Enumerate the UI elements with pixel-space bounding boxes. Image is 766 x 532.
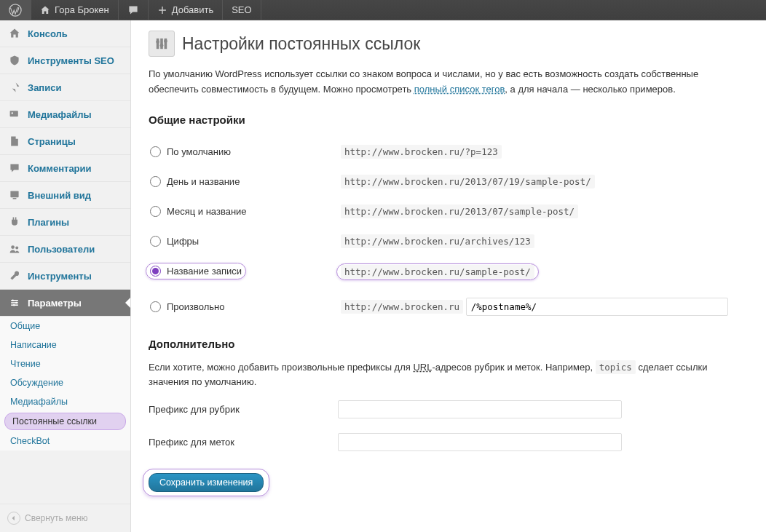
intro-text: По умолчанию WordPress использует ссылки…	[149, 67, 749, 98]
option-example: http://www.brocken.ru/?p=123	[341, 145, 502, 159]
collapse-icon	[7, 512, 20, 525]
option-label: Месяц и название	[167, 206, 247, 217]
sidebar-item-media[interactable]: Медиафайлы	[0, 101, 130, 128]
sidebar-item-label: Плагины	[28, 217, 69, 228]
svg-rect-1	[10, 111, 18, 116]
sidebar-item-label: Страницы	[28, 136, 76, 147]
sidebar-item-pages[interactable]: Страницы	[0, 128, 130, 155]
option-month-name: Месяц и название http://www.brocken.ru/2…	[150, 197, 747, 226]
page-settings-icon	[149, 31, 175, 57]
option-day-name-label[interactable]: День и название	[150, 176, 332, 187]
sidebar-item-label: Консоль	[28, 28, 68, 39]
radio-custom[interactable]	[150, 301, 161, 312]
sidebar-item-seo[interactable]: Инструменты SEO	[0, 47, 130, 74]
svg-point-18	[164, 39, 167, 43]
sidebar-item-label: Инструменты SEO	[28, 55, 114, 66]
option-default: По умолчанию http://www.brocken.ru/?p=12…	[150, 138, 747, 166]
submenu-writing[interactable]: Написание	[0, 336, 130, 354]
home-icon	[40, 5, 50, 15]
plugin-icon	[7, 215, 22, 229]
dashboard-icon	[7, 26, 22, 41]
option-numeric-label[interactable]: Цифры	[150, 236, 332, 247]
radio-month-name[interactable]	[150, 206, 161, 217]
radio-day-name[interactable]	[150, 176, 161, 187]
svg-point-5	[11, 245, 15, 249]
admin-top-bar: Гора Брокен Добавить SEO	[0, 0, 766, 20]
submenu-media[interactable]: Медиафайлы	[0, 392, 130, 411]
appearance-icon	[7, 188, 22, 202]
option-default-label[interactable]: По умолчанию	[150, 146, 332, 157]
sidebar-item-label: Пользователи	[28, 244, 95, 255]
permalink-options-table: По умолчанию http://www.brocken.ru/?p=12…	[149, 136, 749, 326]
option-example: http://www.brocken.ru/sample-post/	[341, 265, 534, 279]
tags-list-link[interactable]: полный список тегов	[414, 84, 505, 95]
tools-icon	[7, 269, 22, 283]
optional-intro: Если хотите, можно добавить произвольные…	[149, 360, 749, 391]
tag-base-row: Префикс для меток	[149, 433, 749, 451]
plus-icon	[157, 5, 167, 15]
svg-point-17	[160, 44, 164, 47]
site-name-menu[interactable]: Гора Брокен	[31, 0, 119, 20]
main-content: Настройки постоянных ссылок По умолчанию…	[131, 20, 766, 532]
submenu-permalinks[interactable]: Постоянные ссылки	[4, 413, 126, 430]
svg-point-6	[15, 246, 18, 249]
option-custom-label[interactable]: Произвольно	[150, 301, 332, 312]
category-base-input[interactable]	[338, 400, 622, 418]
submit-wrap: Сохранить изменения	[149, 473, 264, 492]
sidebar-item-appearance[interactable]: Внешний вид	[0, 182, 130, 209]
tag-base-input[interactable]	[338, 433, 622, 451]
category-base-row: Префикс для рубрик	[149, 400, 749, 418]
save-button[interactable]: Сохранить изменения	[149, 473, 264, 492]
collapse-label: Свернуть меню	[25, 513, 88, 523]
option-label: Цифры	[167, 236, 199, 247]
sidebar-item-users[interactable]: Пользователи	[0, 236, 130, 263]
svg-rect-4	[13, 198, 17, 199]
radio-default[interactable]	[150, 146, 161, 157]
optional-t1: Если хотите, можно добавить произвольные…	[149, 362, 413, 373]
radio-numeric[interactable]	[150, 236, 161, 247]
sidebar-item-comments[interactable]: Комментарии	[0, 155, 130, 182]
sidebar-item-dashboard[interactable]: Консоль	[0, 20, 130, 47]
admin-sidebar: Консоль Инструменты SEO Записи Медиафайл…	[0, 20, 131, 532]
sidebar-item-settings[interactable]: Параметры	[0, 290, 130, 317]
option-month-name-label[interactable]: Месяц и название	[150, 206, 332, 217]
sidebar-item-label: Медиафайлы	[28, 109, 92, 120]
page-icon	[7, 134, 22, 148]
site-name-label: Гора Брокен	[55, 4, 109, 15]
tag-base-label: Префикс для меток	[149, 437, 338, 448]
option-post-name-label[interactable]: Название записи	[150, 266, 242, 277]
sidebar-item-label: Комментарии	[28, 163, 92, 174]
common-settings-heading: Общие настройки	[149, 114, 749, 126]
sidebar-item-label: Внешний вид	[28, 190, 91, 201]
sidebar-item-posts[interactable]: Записи	[0, 74, 130, 101]
svg-point-2	[12, 112, 13, 114]
submenu-checkbot[interactable]: CheckBot	[0, 432, 130, 450]
submenu-reading[interactable]: Чтение	[0, 354, 130, 373]
wordpress-icon	[9, 4, 22, 17]
option-post-name: Название записи http://www.brocken.ru/sa…	[150, 257, 747, 287]
sidebar-item-tools[interactable]: Инструменты	[0, 263, 130, 290]
add-new-menu[interactable]: Добавить	[149, 0, 223, 20]
submenu-discussion[interactable]: Обсуждение	[0, 373, 130, 392]
custom-structure-input[interactable]	[466, 298, 728, 316]
settings-icon	[7, 295, 22, 310]
svg-rect-3	[10, 191, 18, 197]
settings-submenu: Общие Написание Чтение Обсуждение Медиаф…	[0, 317, 130, 450]
users-icon	[7, 242, 22, 256]
page-header: Настройки постоянных ссылок	[149, 31, 749, 57]
wp-logo[interactable]	[0, 0, 31, 20]
sidebar-item-plugins[interactable]: Плагины	[0, 209, 130, 236]
sidebar-item-label: Инструменты	[28, 271, 92, 282]
seo-menu[interactable]: SEO	[223, 0, 261, 20]
submenu-general[interactable]: Общие	[0, 317, 130, 336]
pin-icon	[7, 80, 22, 95]
optional-code: topics	[596, 360, 636, 374]
comments-menu[interactable]	[119, 0, 149, 20]
radio-post-name[interactable]	[150, 266, 161, 277]
page-title: Настройки постоянных ссылок	[182, 34, 420, 54]
collapse-menu[interactable]: Свернуть меню	[0, 504, 130, 532]
option-custom: Произвольно http://www.brocken.ru	[150, 289, 747, 325]
option-day-name: День и название http://www.brocken.ru/20…	[150, 167, 747, 196]
sidebar-item-label: Параметры	[28, 298, 82, 309]
svg-point-10	[12, 300, 13, 301]
